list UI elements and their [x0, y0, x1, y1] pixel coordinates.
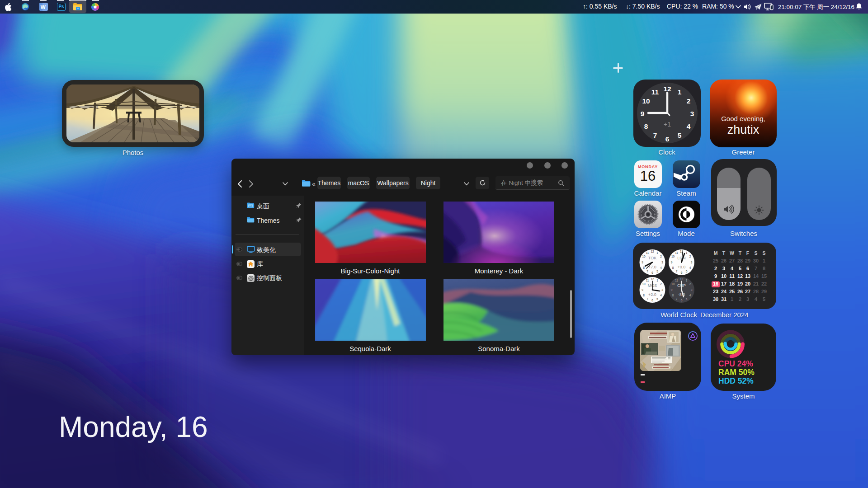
svg-text:W: W	[730, 250, 734, 256]
svg-text:5: 5	[739, 266, 741, 271]
svg-text:2: 2	[660, 282, 662, 286]
svg-text:9: 9	[714, 273, 717, 279]
svg-text:3: 3	[691, 261, 693, 264]
svg-text:3: 3	[691, 288, 693, 291]
svg-text:6: 6	[651, 299, 653, 302]
svg-text:9: 9	[642, 261, 643, 264]
svg-text:10: 10	[671, 282, 675, 286]
svg-text:7: 7	[646, 270, 648, 273]
svg-text:6: 6	[681, 299, 683, 302]
svg-text:30: 30	[713, 296, 718, 302]
svg-text:8: 8	[672, 294, 674, 297]
svg-text:7: 7	[653, 131, 657, 139]
svg-text:16: 16	[713, 281, 718, 286]
svg-text:4: 4	[755, 296, 758, 302]
svg-text:15: 15	[761, 273, 767, 279]
svg-text:24: 24	[721, 289, 727, 294]
svg-text:1: 1	[763, 258, 765, 263]
svg-text:S: S	[754, 250, 757, 256]
svg-text:9: 9	[671, 288, 673, 291]
svg-text:12: 12	[680, 277, 684, 281]
svg-text:11: 11	[646, 279, 649, 282]
svg-text:30: 30	[753, 258, 759, 263]
svg-text:19: 19	[737, 281, 743, 286]
svg-text:+0.0: +0.0	[678, 265, 686, 269]
svg-text:12: 12	[651, 277, 654, 281]
svg-text:27: 27	[745, 289, 750, 294]
svg-text:9: 9	[671, 261, 673, 264]
svg-text:5: 5	[686, 297, 688, 300]
svg-text:1: 1	[731, 296, 733, 302]
svg-text:HDD 52%: HDD 52%	[718, 376, 754, 385]
svg-text:29: 29	[761, 289, 767, 294]
svg-text:8: 8	[644, 122, 648, 130]
svg-text:11: 11	[675, 279, 678, 282]
svg-text:8: 8	[672, 266, 674, 269]
svg-text:2: 2	[660, 255, 662, 258]
svg-text:5: 5	[656, 297, 658, 300]
svg-text:6: 6	[681, 271, 683, 274]
svg-text:11: 11	[651, 88, 659, 96]
svg-text:8: 8	[643, 294, 645, 297]
svg-text:3: 3	[746, 296, 749, 302]
svg-text:7: 7	[676, 270, 678, 273]
svg-text:10: 10	[642, 255, 646, 258]
svg-text:21: 21	[753, 281, 759, 286]
svg-text:22: 22	[761, 281, 767, 286]
svg-text:18: 18	[729, 281, 735, 286]
svg-text:29: 29	[745, 258, 750, 263]
svg-text:5: 5	[656, 270, 658, 273]
svg-text:12: 12	[663, 85, 671, 93]
svg-text:8: 8	[763, 266, 765, 271]
svg-text:25: 25	[729, 289, 735, 294]
svg-text:10: 10	[671, 255, 675, 258]
svg-text:2: 2	[739, 296, 741, 302]
svg-text:RAM 50%: RAM 50%	[718, 367, 755, 376]
svg-text:1: 1	[686, 279, 688, 282]
svg-text:8: 8	[643, 266, 645, 269]
svg-text:10: 10	[642, 97, 650, 105]
svg-text:28: 28	[737, 258, 743, 263]
svg-text:5: 5	[677, 131, 681, 139]
svg-text:10: 10	[642, 282, 646, 286]
svg-text:7: 7	[646, 297, 648, 300]
svg-text:4: 4	[660, 266, 662, 269]
svg-text:4: 4	[689, 266, 691, 269]
svg-text:M: M	[714, 250, 718, 256]
svg-text:+2.0: +2.0	[648, 292, 656, 297]
svg-text:9: 9	[640, 110, 644, 117]
svg-text:1: 1	[656, 251, 658, 254]
svg-text:9: 9	[642, 288, 643, 291]
svg-text:10: 10	[721, 273, 726, 279]
svg-text:27: 27	[729, 258, 735, 263]
svg-text:6: 6	[746, 266, 749, 271]
svg-text:11: 11	[646, 251, 649, 254]
svg-text:3: 3	[722, 266, 725, 271]
svg-text:+1: +1	[664, 121, 671, 128]
svg-text:7: 7	[676, 297, 678, 300]
svg-text:5: 5	[763, 296, 765, 302]
svg-text:3: 3	[661, 261, 663, 264]
svg-text:T: T	[722, 250, 726, 256]
svg-text:6: 6	[651, 271, 653, 274]
svg-text:TOK: TOK	[648, 256, 656, 260]
svg-text:1: 1	[656, 279, 658, 282]
svg-text:2: 2	[689, 282, 691, 286]
svg-text:1: 1	[686, 251, 688, 254]
svg-text:F: F	[746, 250, 750, 256]
svg-text:2: 2	[686, 97, 690, 105]
svg-text:11: 11	[675, 251, 678, 254]
svg-text:2: 2	[714, 266, 717, 271]
svg-text:12: 12	[737, 273, 743, 279]
svg-text:1: 1	[677, 88, 681, 96]
svg-text:13: 13	[745, 273, 750, 279]
svg-text:6: 6	[665, 135, 669, 143]
svg-text:-8.0: -8.0	[678, 292, 685, 297]
svg-text:S: S	[762, 250, 765, 256]
svg-text:14: 14	[753, 273, 759, 279]
svg-text:17: 17	[721, 281, 726, 286]
svg-text:4: 4	[689, 294, 691, 297]
svg-text:23: 23	[713, 289, 718, 294]
svg-text:2: 2	[689, 255, 691, 258]
svg-text:28: 28	[753, 289, 759, 294]
